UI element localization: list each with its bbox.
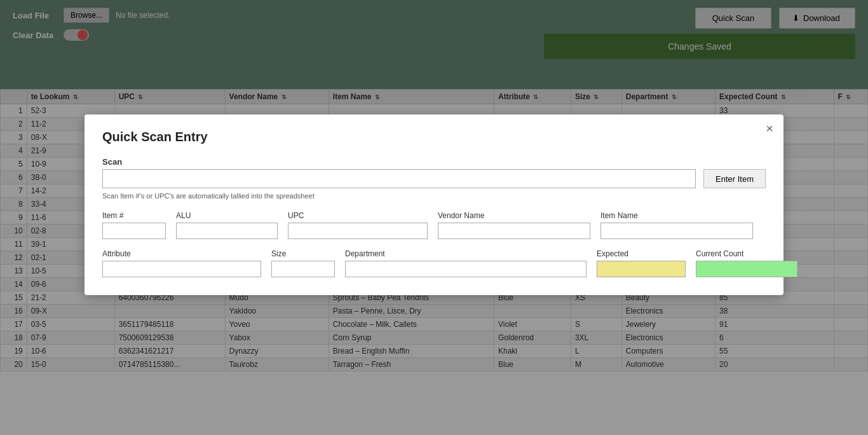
item-name-field-group: Item Name	[600, 211, 753, 239]
scan-label: Scan	[102, 157, 696, 167]
enter-item-button[interactable]: Enter Item	[703, 169, 766, 188]
item-name-label: Item Name	[600, 211, 753, 220]
modal-close-button[interactable]: ×	[766, 122, 773, 135]
item-num-field-group: Item #	[102, 211, 166, 239]
scan-input[interactable]	[102, 169, 696, 188]
department-input[interactable]	[345, 261, 587, 277]
current-count-label: Current Count	[696, 249, 797, 258]
size-label: Size	[271, 249, 335, 258]
expected-field-group: Expected	[597, 249, 686, 277]
item-num-label: Item #	[102, 211, 166, 220]
vendor-label: Vendor Name	[438, 211, 590, 220]
attribute-input[interactable]	[102, 261, 261, 277]
upc-label: UPC	[288, 211, 428, 220]
attribute-field-group: Attribute	[102, 249, 261, 277]
size-input[interactable]	[271, 261, 335, 277]
alu-field-group: ALU	[176, 211, 278, 239]
scan-hint: Scan Item #'s or UPC's are automatically…	[102, 192, 766, 200]
fields-row-1: Item # ALU UPC Vendor Name Item Name	[102, 211, 766, 239]
modal-title: Quick Scan Entry	[102, 130, 766, 144]
expected-input[interactable]	[597, 261, 686, 277]
modal-overlay: × Quick Scan Entry Scan Enter Item Scan …	[0, 0, 868, 435]
size-field-group: Size	[271, 249, 335, 277]
current-count-field-group: Current Count	[696, 249, 797, 277]
current-count-input[interactable]	[696, 261, 797, 277]
vendor-field-group: Vendor Name	[438, 211, 590, 239]
upc-input[interactable]	[288, 223, 428, 239]
department-label: Department	[345, 249, 587, 258]
item-num-input[interactable]	[102, 223, 166, 239]
quick-scan-modal: × Quick Scan Entry Scan Enter Item Scan …	[85, 114, 783, 295]
scan-row: Scan Enter Item	[102, 157, 766, 188]
alu-input[interactable]	[176, 223, 278, 239]
vendor-input[interactable]	[438, 223, 590, 239]
scan-input-group: Scan	[102, 157, 696, 188]
expected-label: Expected	[597, 249, 686, 258]
fields-row-2: Attribute Size Department Expected Curre…	[102, 249, 766, 277]
upc-field-group: UPC	[288, 211, 428, 239]
attribute-label: Attribute	[102, 249, 261, 258]
department-field-group: Department	[345, 249, 587, 277]
alu-label: ALU	[176, 211, 278, 220]
item-name-input[interactable]	[600, 223, 753, 239]
